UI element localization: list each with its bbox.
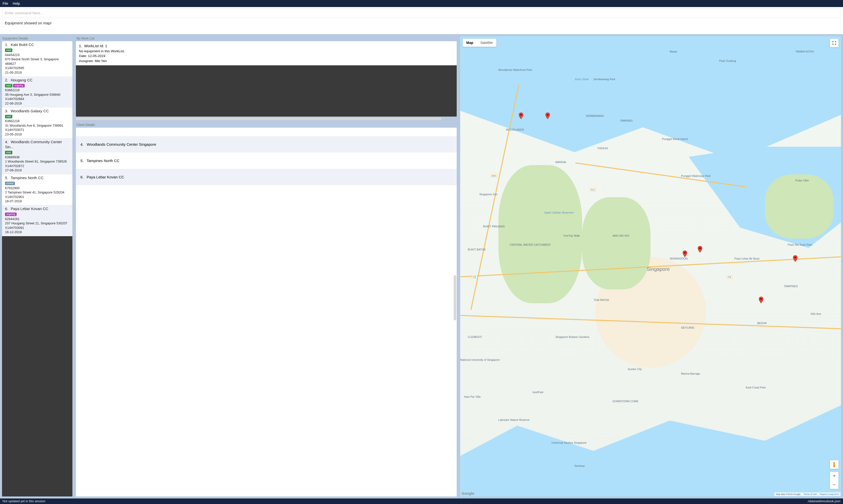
worklist-hscroll-thumb[interactable] (76, 118, 441, 120)
map-label: SIMPANG (620, 119, 633, 122)
map-marker[interactable] (793, 255, 797, 262)
equipment-phone: 62844261 (5, 217, 70, 221)
worklist-box[interactable]: 1. WorkList Id: 1 No equipment in this W… (76, 41, 457, 116)
google-logo: Google (462, 491, 474, 496)
map-label: Sembawang Park (593, 78, 615, 80)
equipment-date: 23-05-2019 (5, 132, 70, 137)
pegman-icon (832, 462, 837, 468)
message-box: Equipment showed on map! (2, 19, 841, 34)
map-marker[interactable] (519, 112, 523, 119)
map-label: TOA PAYOH (593, 299, 609, 302)
map-marker[interactable] (698, 246, 702, 252)
map-zoom-out[interactable]: − (830, 480, 839, 489)
equipment-serial: X14H702664 (5, 97, 70, 101)
map-zoom-in[interactable]: + (830, 472, 839, 480)
map-zoom-control: + − (830, 472, 839, 489)
map-green (582, 197, 651, 289)
equipment-item[interactable]: 4. Woodlands Community Center Sin...east… (2, 139, 72, 174)
status-bar: Not updated yet in this session ./data/a… (0, 499, 843, 504)
equipment-item[interactable]: 2. Hougang CCeastongoing6366221835 Houga… (2, 77, 72, 108)
equipment-item[interactable]: 1. Kaki Bukit CCeast64454223670 Bedok No… (2, 41, 72, 77)
menu-file[interactable]: File (2, 1, 8, 5)
client-panel-label: Client Details (76, 123, 457, 128)
map-attr-terms[interactable]: Terms of Use (802, 492, 818, 496)
equipment-tags: east (5, 150, 70, 155)
map[interactable]: Singapore Johor Strait Woodlands Waterfr… (460, 36, 841, 497)
map-label: BUKIT BATOK (468, 248, 486, 251)
equipment-item[interactable]: 3. Woodlands Galaxy CCeast6366221831 Woo… (2, 108, 72, 139)
equipment-date: 22-06-2019 (5, 101, 70, 106)
client-list[interactable]: 4. Woodlands Community Center Singapore5… (76, 128, 457, 497)
map-label: WOODLANDS (506, 128, 524, 131)
equipment-title: 5. Tampines North CC (5, 175, 70, 180)
worklist-panel-label: My Work List (76, 36, 457, 41)
svg-point-4 (794, 256, 796, 258)
equipment-tags: ongoing (5, 212, 70, 216)
map-label: Pasir Ris Town Park (788, 243, 812, 246)
fullscreen-icon (832, 41, 836, 45)
equipment-date: 21-05-2019 (5, 70, 70, 75)
worklist-line: Assignee: Mei Yen (79, 58, 454, 64)
equipment-title: 2. Hougang CC (5, 78, 70, 83)
svg-point-6 (833, 462, 835, 464)
svg-point-3 (699, 247, 701, 249)
tag-east: east (5, 151, 12, 154)
map-label: Sentosa (575, 464, 585, 467)
client-top-gap (76, 128, 457, 136)
map-attribution: Map data ©2019 Google Terms of Use Repor… (774, 492, 841, 496)
tag-ongoing: ongoing (5, 213, 17, 216)
map-type-map[interactable]: Map (463, 39, 477, 47)
worklist-hscrollbar[interactable] (76, 118, 457, 120)
map-marker[interactable] (683, 251, 687, 257)
equipment-tags: east (5, 114, 70, 119)
client-row[interactable]: 6. Paya Lebar Kovan CC (76, 169, 457, 185)
map-marker[interactable] (759, 297, 763, 303)
menu-help[interactable]: Help (13, 1, 20, 5)
worklist-panel: My Work List 1. WorkList Id: 1 No equipm… (76, 36, 457, 120)
map-type-satellite[interactable]: Satellite (477, 39, 497, 47)
map-badge-sle: SLE (590, 188, 596, 191)
equipment-phone: 63662218 (5, 119, 70, 123)
equipment-list[interactable]: 1. Kaki Bukit CCeast64454223670 Bedok No… (2, 41, 72, 497)
status-left: Not updated yet in this session (2, 500, 45, 503)
main-content: Equipment Details 1. Kaki Bukit CCeast64… (0, 34, 843, 499)
equipment-serial: X14H702901 (5, 195, 70, 199)
map-pegman[interactable] (830, 460, 839, 469)
equipment-tags: eastongoing (5, 83, 70, 88)
equipment-tags: east (5, 48, 70, 52)
map-marker[interactable] (545, 112, 550, 119)
svg-rect-9 (835, 466, 835, 467)
tag-east: east (5, 49, 12, 52)
map-attr-report[interactable]: Report a map error (818, 492, 841, 496)
client-panel: Client Details 4. Woodlands Community Ce… (76, 123, 457, 497)
equipment-phone: 64454223 (5, 53, 70, 57)
map-water (460, 36, 841, 82)
client-vscroll-thumb[interactable] (454, 275, 456, 320)
map-label: BEDOK (757, 322, 767, 325)
worklist-line: Date: 12-05-2019 (79, 54, 454, 58)
equipment-item[interactable]: 6. Paya Lebar Kovan CCongoing62844261207… (2, 205, 72, 236)
tag-east: east (5, 115, 12, 118)
middle-column: My Work List 1. WorkList Id: 1 No equipm… (76, 36, 457, 497)
equipment-panel-label: Equipment Details (2, 36, 72, 41)
worklist-card[interactable]: 1. WorkList Id: 1 No equipment in this W… (76, 41, 457, 65)
tag-closed: closed (5, 182, 15, 185)
client-row[interactable]: 4. Woodlands Community Center Singapore (76, 136, 457, 152)
worklist-line: No equipment in this WorkList. (79, 49, 454, 54)
client-num: 6. (80, 175, 84, 179)
menubar: File Help (0, 0, 843, 7)
svg-point-0 (520, 114, 522, 115)
map-label: Punggol Barat Island (662, 138, 688, 141)
client-row[interactable]: 5. Tampines North CC (76, 152, 457, 169)
map-label: SERANGOON (669, 257, 688, 260)
equipment-phone: 63662218 (5, 88, 70, 92)
map-label: Labrador Nature Reserve (498, 418, 530, 421)
map-badge-pie: PIE (471, 276, 477, 278)
map-fullscreen-button[interactable] (830, 39, 839, 47)
map-label: Singapore Zoo (479, 193, 497, 196)
equipment-item[interactable]: 5. Tampines North CCclosed678329002 Tamp… (2, 174, 72, 205)
map-label: SEMBAWANG (586, 114, 604, 117)
map-label: CENTRAL WATER CATCHMENT (510, 243, 551, 246)
command-input[interactable] (2, 8, 841, 17)
map-label: Masai (669, 50, 677, 53)
